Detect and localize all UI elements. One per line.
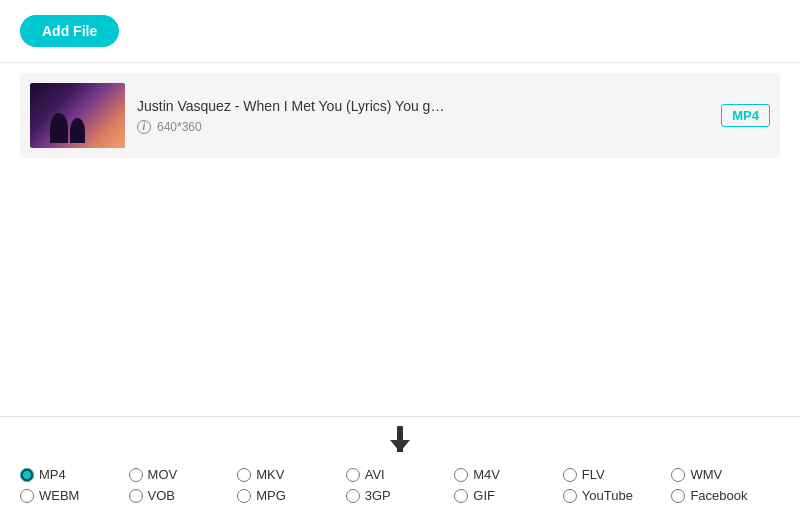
file-thumbnail <box>30 83 125 148</box>
format-option-webm[interactable]: WEBM <box>20 488 129 503</box>
label-flv: FLV <box>582 467 605 482</box>
radio-flv[interactable] <box>563 468 577 482</box>
label-mov: MOV <box>148 467 178 482</box>
label-youtube: YouTube <box>582 488 633 503</box>
download-arrow-icon <box>385 425 415 455</box>
label-vob: VOB <box>148 488 175 503</box>
file-meta: i 640*360 <box>137 120 709 134</box>
format-option-mp4[interactable]: MP4 <box>20 467 129 482</box>
label-webm: WEBM <box>39 488 79 503</box>
format-option-mpg[interactable]: MPG <box>237 488 346 503</box>
radio-mp4[interactable] <box>20 468 34 482</box>
thumbnail-figure2 <box>70 118 85 143</box>
label-mpg: MPG <box>256 488 286 503</box>
format-option-m4v[interactable]: M4V <box>454 467 563 482</box>
label-wmv: WMV <box>690 467 722 482</box>
format-option-avi[interactable]: AVI <box>346 467 455 482</box>
radio-mov[interactable] <box>129 468 143 482</box>
format-badge[interactable]: MP4 <box>721 104 770 127</box>
format-option-gif[interactable]: GIF <box>454 488 563 503</box>
radio-youtube[interactable] <box>563 489 577 503</box>
format-option-vob[interactable]: VOB <box>129 488 238 503</box>
format-option-facebook[interactable]: Facebook <box>671 488 780 503</box>
radio-3gp[interactable] <box>346 489 360 503</box>
file-title: Justin Vasquez - When I Met You (Lyrics)… <box>137 98 709 114</box>
radio-facebook[interactable] <box>671 489 685 503</box>
format-option-3gp[interactable]: 3GP <box>346 488 455 503</box>
radio-gif[interactable] <box>454 489 468 503</box>
file-item: Justin Vasquez - When I Met You (Lyrics)… <box>20 73 780 158</box>
radio-m4v[interactable] <box>454 468 468 482</box>
thumbnail-image <box>30 83 125 148</box>
format-options: MP4MOVMKVAVIM4VFLVWMVWEBMVOBMPG3GPGIFYou… <box>0 459 800 515</box>
label-facebook: Facebook <box>690 488 747 503</box>
thumbnail-figure1 <box>50 113 68 143</box>
label-avi: AVI <box>365 467 385 482</box>
file-info: Justin Vasquez - When I Met You (Lyrics)… <box>137 98 709 134</box>
svg-rect-0 <box>397 426 403 442</box>
radio-avi[interactable] <box>346 468 360 482</box>
label-mkv: MKV <box>256 467 284 482</box>
svg-rect-2 <box>397 441 403 452</box>
info-icon: i <box>137 120 151 134</box>
label-m4v: M4V <box>473 467 500 482</box>
format-option-flv[interactable]: FLV <box>563 467 672 482</box>
radio-mkv[interactable] <box>237 468 251 482</box>
radio-vob[interactable] <box>129 489 143 503</box>
file-resolution: 640*360 <box>157 120 202 134</box>
format-option-wmv[interactable]: WMV <box>671 467 780 482</box>
add-file-button[interactable]: Add File <box>20 15 119 47</box>
radio-wmv[interactable] <box>671 468 685 482</box>
format-option-mov[interactable]: MOV <box>129 467 238 482</box>
label-mp4: MP4 <box>39 467 66 482</box>
label-gif: GIF <box>473 488 495 503</box>
radio-webm[interactable] <box>20 489 34 503</box>
file-list: Justin Vasquez - When I Met You (Lyrics)… <box>0 62 800 168</box>
format-option-youtube[interactable]: YouTube <box>563 488 672 503</box>
download-icon-area <box>0 417 800 459</box>
label-3gp: 3GP <box>365 488 391 503</box>
format-option-mkv[interactable]: MKV <box>237 467 346 482</box>
top-bar: Add File <box>0 0 800 62</box>
bottom-section: MP4MOVMKVAVIM4VFLVWMVWEBMVOBMPG3GPGIFYou… <box>0 416 800 515</box>
radio-mpg[interactable] <box>237 489 251 503</box>
